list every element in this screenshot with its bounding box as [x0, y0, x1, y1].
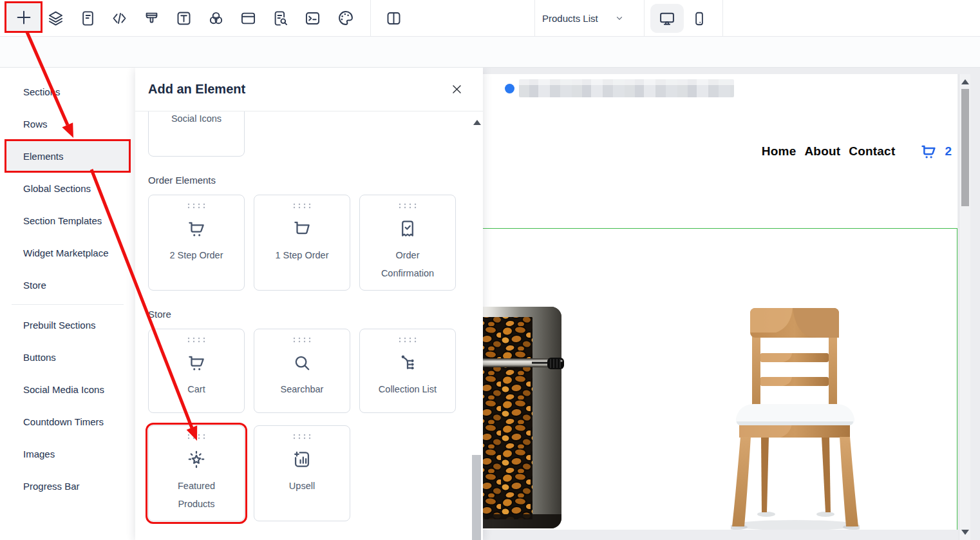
drag-handle-icon	[185, 434, 207, 439]
close-panel-button[interactable]	[447, 80, 466, 99]
plus-icon	[14, 8, 33, 27]
sidebar-item-label: Buttons	[23, 352, 56, 363]
upsell-chart-icon	[291, 448, 313, 471]
layout-card-button[interactable]	[235, 5, 261, 31]
sidebar-item-progress-bar[interactable]: Progress Bar	[6, 470, 129, 502]
toolbar-divider	[644, 0, 645, 36]
sidebar-divider	[12, 304, 124, 305]
sidebar-item-sections[interactable]: Sections	[6, 75, 129, 108]
styles-button[interactable]	[138, 5, 164, 31]
sidebar-item-label: Widget Marketplace	[23, 247, 109, 258]
section-heading-order-elements: Order Elements	[148, 175, 483, 186]
theme-button[interactable]	[333, 5, 359, 31]
add-button[interactable]	[6, 3, 41, 31]
preview-cart-button[interactable]: 2	[919, 142, 952, 161]
file-search-icon	[272, 10, 289, 27]
product-image-chair	[731, 308, 860, 530]
blend-circles-icon	[207, 10, 225, 27]
scroll-up-icon[interactable]	[961, 79, 969, 84]
panel-header: Add an Element	[135, 68, 483, 111]
sidebar-item-label: Progress Bar	[23, 481, 80, 492]
sidebar-item-label: Section Templates	[23, 215, 102, 226]
terminal-icon	[304, 10, 321, 27]
sidebar-item-rows[interactable]: Rows	[6, 108, 129, 140]
element-card-1-step-order[interactable]: 1 Step Order	[254, 195, 350, 291]
element-card-label: Collection List	[379, 380, 437, 398]
sidebar-item-label: Rows	[23, 119, 48, 130]
sidebar-item-prebuilt-sections[interactable]: Prebuilt Sections	[6, 309, 129, 341]
element-card-featured-products[interactable]: Featured Products	[148, 425, 245, 521]
preview-scrollbar-thumb[interactable]	[961, 89, 969, 206]
sidebar-item-widget-marketplace[interactable]: Widget Marketplace	[6, 236, 129, 269]
top-toolbar: Products List	[0, 0, 980, 37]
sidebar-item-elements[interactable]: Elements	[6, 141, 129, 171]
cart-icon	[291, 217, 313, 240]
sidebar-item-section-templates[interactable]: Section Templates	[6, 204, 129, 236]
element-card-collection-list[interactable]: Collection List	[359, 329, 456, 413]
element-card-order-confirmation[interactable]: Order Confirmation	[359, 195, 456, 291]
sidebar-item-buttons[interactable]: Buttons	[6, 341, 129, 373]
element-card-upsell[interactable]: Upsell	[254, 425, 350, 521]
sidebar-item-label: Sections	[23, 86, 61, 97]
browser-card-icon	[240, 10, 257, 27]
layers-icon	[47, 10, 64, 27]
element-card-social-icons[interactable]: Social Icons	[148, 111, 245, 157]
element-card-searchbar[interactable]: Searchbar	[254, 329, 350, 413]
mobile-view-button[interactable]	[686, 4, 712, 33]
code-button[interactable]	[106, 5, 132, 31]
element-card-label: Cart	[187, 380, 205, 398]
nav-link-contact[interactable]: Contact	[849, 144, 895, 159]
page-outline-button[interactable]	[75, 5, 100, 31]
toolbar-divider	[534, 0, 535, 36]
close-icon	[451, 83, 463, 95]
page-builder-app: { "toolbar": { "add_tooltip": "Add", "ic…	[0, 0, 980, 540]
sidebar-item-store[interactable]: Store	[6, 269, 129, 301]
seo-button[interactable]	[267, 5, 293, 31]
sidebar-item-images[interactable]: Images	[6, 438, 129, 470]
sidebar-item-social-media-icons[interactable]: Social Media Icons	[6, 373, 129, 405]
scroll-down-icon[interactable]	[961, 530, 969, 535]
drag-handle-icon	[397, 337, 419, 343]
preview-canvas: Home About Contact 2	[483, 68, 980, 540]
desktop-view-button[interactable]	[650, 4, 684, 33]
drag-handle-icon	[185, 337, 207, 343]
drag-handle-icon	[185, 203, 207, 209]
typography-button[interactable]	[171, 5, 196, 31]
brush-icon	[143, 10, 160, 27]
sidebar-item-countdown-timers[interactable]: Countdown Timers	[6, 405, 129, 438]
code-icon	[111, 10, 128, 27]
search-icon	[291, 351, 313, 374]
sidebar-item-label: Images	[23, 448, 55, 459]
panel-scroll-up-icon[interactable]	[473, 120, 481, 125]
nav-link-home[interactable]: Home	[762, 144, 796, 159]
store-page-preview: Home About Contact 2	[483, 74, 957, 530]
element-card-label: Upsell	[289, 477, 315, 495]
element-card-cart[interactable]: Cart	[148, 329, 245, 413]
panel-scrollbar-thumb[interactable]	[472, 455, 481, 540]
preview-scrollbar[interactable]	[959, 74, 970, 540]
page-status-bar	[0, 37, 980, 68]
sidebar-item-global-sections[interactable]: Global Sections	[6, 172, 129, 204]
drag-handle-icon	[397, 203, 419, 209]
colors-button[interactable]	[203, 5, 229, 31]
order-elements-grid: 2 Step Order 1 Step Order Order Confirma…	[148, 195, 483, 291]
receipt-check-icon	[397, 217, 419, 240]
split-view-button[interactable]	[381, 5, 406, 31]
chevron-down-icon	[615, 14, 624, 23]
file-text-icon	[79, 10, 97, 27]
element-card-2-step-order[interactable]: 2 Step Order	[148, 195, 245, 291]
nav-link-about[interactable]: About	[804, 144, 840, 159]
preview-nav: Home About Contact 2	[762, 140, 952, 162]
page-selector-dropdown[interactable]: Products List	[542, 5, 624, 31]
element-card-label: Searchbar	[281, 380, 324, 398]
console-button[interactable]	[299, 5, 325, 31]
sidebar-item-label: Global Sections	[23, 183, 91, 194]
add-element-panel: Add an Element Social Icons Order Elemen…	[135, 68, 483, 540]
element-card-label: 2 Step Order	[169, 246, 223, 264]
element-card-label: Order Confirmation	[381, 246, 434, 282]
panel-body: Social Icons Order Elements 2 Step Order	[135, 111, 483, 539]
cart-icon	[919, 142, 938, 161]
palette-icon	[337, 9, 355, 27]
layers-button[interactable]	[42, 5, 68, 31]
element-card-label: Featured Products	[178, 477, 215, 513]
